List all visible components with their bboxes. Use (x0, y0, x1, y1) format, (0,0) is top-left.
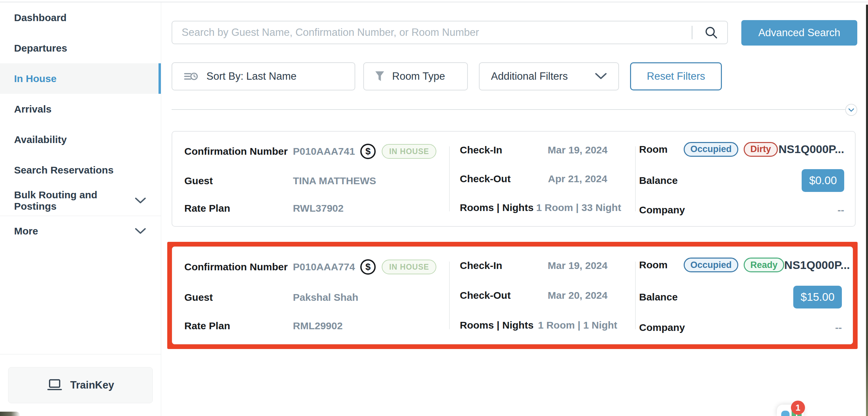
rooms-nights-row: Rooms | Nights 1 Room | 1 Night (460, 320, 619, 331)
room-type-filter-button[interactable]: Room Type (363, 62, 468, 90)
reservation-card[interactable]: Confirmation Number P010AAA741 $ IN HOUS… (172, 131, 856, 227)
background-corner (0, 412, 20, 416)
sidebar-item-dashboard[interactable]: Dashboard (0, 2, 161, 33)
rate-plan-value: RML29902 (293, 320, 342, 331)
guest-row: Guest Pakshal Shah (184, 292, 449, 303)
sidebar-item-arrivals[interactable]: Arrivals (0, 94, 161, 124)
checkout-row: Check-Out Apr 21, 2024 (460, 173, 619, 185)
checkout-value: Mar 20, 2024 (536, 290, 619, 301)
guest-row: Guest TINA MATTHEWS (184, 175, 449, 187)
card-guest-column: Confirmation Number P010AAA741 $ IN HOUS… (172, 136, 449, 222)
company-label: Company (639, 322, 685, 333)
card-room-column: Room Occupied Dirty NS1Q000P... Balance … (636, 136, 855, 222)
notification-badge: 1 (791, 401, 805, 415)
company-value: -- (837, 204, 844, 216)
room-row: Room Occupied Ready NS1Q000P... (639, 258, 842, 272)
confirmation-value: P010AAA774 (293, 261, 355, 273)
sort-by-time-icon (184, 70, 198, 83)
dollar-icon[interactable]: $ (360, 144, 376, 159)
rooms-nights-value: 1 Room | 33 Night (536, 202, 621, 213)
checkin-row: Check-In Mar 19, 2024 (460, 260, 619, 271)
sort-by-label: Sort By: Last Name (207, 70, 297, 83)
search-separator (692, 26, 692, 39)
sidebar-footer: TrainKey (0, 354, 161, 416)
sidebar-item-label: Arrivals (14, 103, 52, 115)
company-value: -- (835, 322, 842, 333)
chevron-down-icon (848, 108, 854, 112)
checkout-row: Check-Out Mar 20, 2024 (460, 290, 619, 301)
balance-row: Balance $15.00 (639, 286, 842, 309)
company-row: Company -- (639, 322, 842, 333)
card-room-column: Room Occupied Ready NS1Q000P... Balance … (636, 251, 852, 340)
dollar-icon[interactable]: $ (360, 259, 376, 275)
rooms-nights-label: Rooms | Nights (460, 320, 536, 331)
guest-value: TINA MATTHEWS (293, 175, 376, 187)
sidebar-item-availability[interactable]: Availability (0, 124, 161, 155)
confirmation-row: Confirmation Number P010AAA741 $ IN HOUS… (184, 144, 449, 159)
guest-label: Guest (184, 175, 293, 187)
additional-filters-dropdown[interactable]: Additional Filters (479, 62, 619, 90)
checkin-label: Check-In (460, 260, 536, 271)
chevron-down-icon (595, 73, 607, 80)
sidebar-item-label: Dashboard (14, 12, 67, 24)
chevron-down-icon (135, 197, 146, 204)
room-status-badge-occupied: Occupied (684, 258, 738, 272)
rate-plan-label: Rate Plan (184, 203, 293, 214)
balance-button[interactable]: $0.00 (802, 169, 844, 192)
advanced-search-button[interactable]: Advanced Search (741, 20, 857, 45)
sidebar-item-departures[interactable]: Departures (0, 33, 161, 63)
rate-plan-row: Rate Plan RWL37902 (184, 203, 449, 214)
confirmation-row: Confirmation Number P010AAA774 $ IN HOUS… (184, 259, 449, 275)
card-guest-column: Confirmation Number P010AAA774 $ IN HOUS… (172, 251, 449, 340)
checkin-value: Mar 19, 2024 (536, 260, 619, 271)
checkin-label: Check-In (460, 145, 536, 156)
balance-button[interactable]: $15.00 (793, 286, 842, 309)
funnel-icon (375, 71, 385, 82)
sidebar-item-search-reservations[interactable]: Search Reservations (0, 155, 161, 185)
rooms-nights-row: Rooms | Nights 1 Room | 33 Night (460, 202, 619, 213)
room-number-value: NS1Q000P... (778, 143, 844, 156)
sidebar-item-label: In House (14, 73, 57, 85)
sidebar-item-in-house[interactable]: In House (0, 63, 161, 94)
card-dates-column: Check-In Mar 19, 2024 Check-Out Mar 20, … (449, 251, 636, 340)
in-house-status-badge: IN HOUSE (382, 144, 436, 159)
room-type-label: Room Type (392, 70, 445, 83)
highlight-frame: Confirmation Number P010AAA774 $ IN HOUS… (167, 242, 858, 349)
guest-label: Guest (184, 292, 293, 303)
search-field (172, 21, 728, 44)
additional-filters-label: Additional Filters (491, 70, 568, 83)
chevron-down-icon (135, 228, 146, 234)
confirmation-value: P010AAA741 (293, 146, 355, 157)
reset-filters-button[interactable]: Reset Filters (630, 62, 722, 90)
sidebar-item-label: More (14, 225, 38, 237)
laptop-icon (47, 379, 62, 391)
room-status-badge-dirty: Dirty (744, 142, 778, 157)
room-label: Room (639, 259, 668, 270)
sidebar-item-more[interactable]: More (0, 216, 161, 246)
sidebar-item-bulk-routing[interactable]: Bulk Routing and Postings (0, 185, 161, 216)
pms-in-house-screen: Dashboard Departures In House Arrivals A… (0, 0, 868, 416)
collapse-filters-toggle[interactable] (845, 104, 857, 116)
company-label: Company (639, 204, 685, 216)
sidebar-item-label: Availability (14, 134, 67, 146)
checkout-label: Check-Out (460, 173, 536, 185)
confirmation-label: Confirmation Number (184, 261, 293, 273)
search-icon[interactable] (704, 25, 718, 40)
trainkey-button[interactable]: TrainKey (8, 367, 153, 403)
confirmation-label: Confirmation Number (184, 146, 293, 157)
sidebar-item-label: Search Reservations (14, 164, 114, 176)
balance-label: Balance (639, 291, 678, 303)
room-number-value: NS1Q000P... (784, 259, 850, 271)
sort-by-button[interactable]: Sort By: Last Name (172, 62, 355, 90)
balance-row: Balance $0.00 (639, 169, 844, 192)
room-status-badge-ready: Ready (744, 258, 784, 272)
room-row: Room Occupied Dirty NS1Q000P... (639, 142, 844, 157)
room-label: Room (639, 144, 668, 155)
card-dates-column: Check-In Mar 19, 2024 Check-Out Apr 21, … (449, 136, 636, 222)
rate-plan-row: Rate Plan RML29902 (184, 320, 449, 331)
trainkey-label: TrainKey (70, 379, 114, 391)
search-input[interactable] (172, 22, 692, 43)
checkout-value: Apr 21, 2024 (536, 173, 619, 185)
reservation-card-highlighted[interactable]: Confirmation Number P010AAA774 $ IN HOUS… (172, 247, 853, 344)
checkin-value: Mar 19, 2024 (536, 145, 619, 156)
